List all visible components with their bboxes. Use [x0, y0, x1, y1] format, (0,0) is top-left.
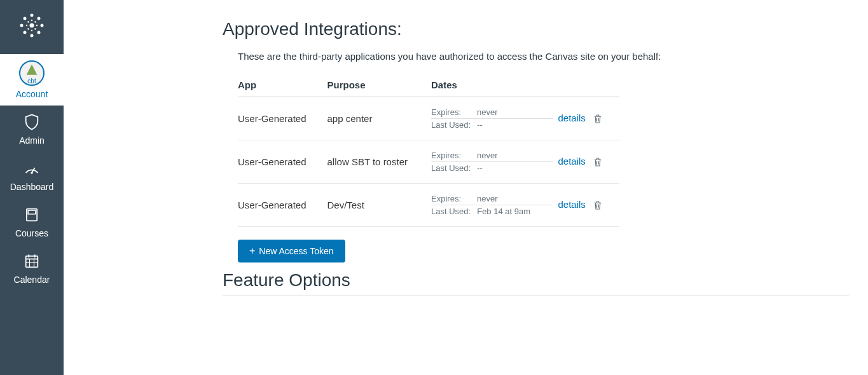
avatar-icon: cbt [19, 60, 45, 86]
svg-point-16 [34, 28, 36, 30]
expires-value: never [477, 107, 498, 117]
cell-purpose: app center [327, 97, 432, 140]
nav-label: Admin [19, 135, 45, 146]
col-purpose: Purpose [327, 73, 432, 97]
expires-label: Expires: [431, 194, 471, 203]
svg-point-2 [31, 34, 34, 38]
table-row: User-GeneratedDev/TestExpires:neverLast … [238, 184, 619, 227]
new-access-token-button[interactable]: + New Access Token [238, 240, 345, 262]
trash-icon[interactable] [592, 156, 603, 168]
nav-calendar[interactable]: Calendar [0, 245, 64, 291]
book-icon [22, 205, 42, 225]
nav-label: Calendar [14, 275, 50, 285]
plus-icon: + [249, 246, 255, 256]
details-link[interactable]: details [558, 199, 585, 210]
nav-dashboard[interactable]: Dashboard [0, 152, 64, 198]
canvas-logo [16, 10, 48, 41]
svg-rect-21 [26, 256, 38, 268]
last-used-value: Feb 14 at 9am [477, 207, 530, 216]
svg-point-5 [24, 17, 27, 20]
avatar-text: cbt [27, 78, 36, 85]
calendar-icon [22, 251, 42, 271]
last-used-label: Last Used: [431, 120, 471, 130]
cell-actions: details [558, 97, 619, 140]
feature-options-heading: Feature Options [223, 270, 849, 296]
table-row: User-Generatedallow SBT to rosterExpires… [238, 140, 619, 184]
intro-text: These are the third-party applications y… [238, 51, 849, 62]
cell-actions: details [558, 184, 619, 227]
expires-value: never [477, 194, 498, 203]
details-link[interactable]: details [558, 112, 585, 123]
svg-rect-20 [28, 210, 36, 214]
shield-icon [22, 112, 42, 132]
table-row: User-Generatedapp centerExpires:neverLas… [238, 97, 619, 140]
svg-point-1 [31, 14, 34, 17]
cell-app: User-Generated [238, 97, 327, 140]
col-dates: Dates [431, 73, 558, 97]
btn-label: New Access Token [259, 246, 333, 256]
svg-point-9 [31, 20, 33, 22]
nav-courses[interactable]: Courses [0, 198, 64, 245]
svg-point-12 [36, 25, 38, 27]
cell-app: User-Generated [238, 140, 327, 184]
integrations-table: App Purpose Dates User-Generatedapp cent… [238, 73, 619, 227]
svg-point-10 [31, 30, 33, 32]
svg-point-7 [24, 31, 27, 34]
last-used-value: -- [477, 120, 483, 130]
nav-label: Account [16, 89, 48, 99]
cell-purpose: allow SBT to roster [327, 140, 432, 184]
last-used-label: Last Used: [431, 207, 471, 216]
nav-label: Courses [15, 228, 48, 238]
last-used-value: -- [477, 163, 483, 173]
svg-point-15 [27, 28, 29, 30]
main-content: Approved Integrations: These are the thi… [64, 0, 868, 375]
cell-actions: details [558, 140, 619, 184]
global-nav: cbt Account Admin Dashboard Courses Cale… [0, 0, 64, 375]
last-used-label: Last Used: [431, 163, 471, 173]
expires-value: never [477, 151, 498, 160]
cell-dates: Expires:neverLast Used:-- [431, 97, 558, 140]
svg-point-8 [38, 31, 41, 34]
svg-point-0 [30, 24, 34, 28]
svg-point-18 [31, 172, 33, 174]
svg-point-4 [41, 24, 44, 27]
expires-label: Expires: [431, 107, 471, 117]
svg-point-14 [34, 21, 36, 23]
cell-purpose: Dev/Test [327, 184, 432, 227]
cell-dates: Expires:neverLast Used:-- [431, 140, 558, 184]
details-link[interactable]: details [558, 156, 585, 167]
expires-label: Expires: [431, 151, 471, 160]
nav-account[interactable]: cbt Account [0, 54, 64, 106]
trash-icon[interactable] [592, 113, 603, 125]
nav-admin[interactable]: Admin [0, 106, 64, 152]
page-heading: Approved Integrations: [223, 19, 849, 39]
cell-app: User-Generated [238, 184, 327, 227]
cell-dates: Expires:neverLast Used:Feb 14 at 9am [431, 184, 558, 227]
svg-point-6 [38, 17, 41, 20]
svg-point-13 [27, 21, 29, 23]
gauge-icon [22, 158, 42, 179]
svg-point-3 [20, 24, 24, 27]
trash-icon[interactable] [592, 200, 603, 211]
nav-label: Dashboard [10, 182, 54, 192]
col-app: App [238, 73, 327, 97]
svg-point-11 [26, 25, 28, 27]
